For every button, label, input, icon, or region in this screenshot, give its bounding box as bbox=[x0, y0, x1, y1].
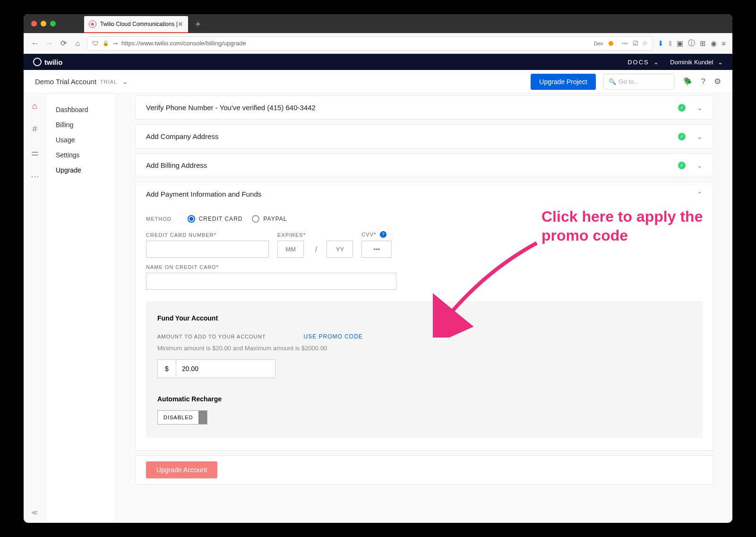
search-icon: 🔍 bbox=[609, 78, 616, 85]
panel-payment-info: Add Payment Information and Funds ⌃ METH… bbox=[135, 182, 713, 450]
credit-card-input[interactable] bbox=[146, 241, 269, 258]
panel-header[interactable]: Verify Phone Number - You've verified (4… bbox=[136, 96, 713, 119]
extension2-icon[interactable]: ⊞ bbox=[700, 39, 706, 48]
docs-link[interactable]: DOCS ⌄ bbox=[627, 59, 659, 66]
panel-header[interactable]: Add Payment Information and Funds ⌃ bbox=[136, 182, 713, 206]
chevron-down-icon[interactable]: ⌄ bbox=[122, 77, 128, 86]
chevron-down-icon: ⌄ bbox=[697, 162, 703, 169]
radio-icon bbox=[188, 215, 195, 223]
page-actions-icon[interactable]: ⋯ bbox=[622, 40, 629, 47]
url-bar[interactable]: 🛡 🔒 ⊸ https://www.twilio.com/console/bil… bbox=[87, 36, 653, 51]
chevron-down-icon: ⌄ bbox=[697, 133, 703, 140]
use-promo-code-link[interactable]: USE PROMO CODE bbox=[303, 333, 362, 340]
content-area: Verify Phone Number - You've verified (4… bbox=[116, 94, 732, 523]
cc-number-label: CREDIT CARD NUMBER* bbox=[146, 232, 269, 238]
menu-icon[interactable]: ≡ bbox=[722, 39, 726, 47]
library-icon[interactable]: ⫴ bbox=[669, 39, 672, 48]
panel-header[interactable]: Add Company Address ✓ ⌄ bbox=[136, 125, 713, 148]
home-button[interactable]: ⌂ bbox=[73, 39, 82, 48]
search-input[interactable]: 🔍 Go to... bbox=[603, 74, 674, 90]
home-icon[interactable]: ⌂ bbox=[32, 101, 37, 111]
panel-header[interactable]: Add Billing Address ✓ ⌄ bbox=[136, 154, 713, 177]
back-button[interactable]: ← bbox=[30, 39, 40, 48]
new-tab-button[interactable]: ＋ bbox=[194, 18, 202, 29]
more-icon[interactable]: ⋯ bbox=[31, 171, 39, 182]
icon-rail: ⌂ # ⚌ ⋯ ≪ bbox=[24, 94, 46, 523]
sidebar-icon[interactable]: ▣ bbox=[677, 39, 683, 48]
cvv-label: CVV* ? bbox=[361, 231, 392, 238]
panel-title: Add Billing Address bbox=[146, 161, 207, 169]
browser-tab[interactable]: ⊕ Twilio Cloud Communications | ✕ bbox=[84, 16, 188, 33]
cvv-input[interactable] bbox=[361, 241, 392, 258]
expiry-month-input[interactable] bbox=[277, 241, 304, 258]
panel-title: Add Company Address bbox=[146, 132, 218, 140]
project-name: Demo Trial Account bbox=[35, 78, 96, 86]
minimize-window-icon[interactable] bbox=[41, 21, 46, 26]
account-icon[interactable]: ◉ bbox=[711, 39, 717, 48]
panel-verify-phone: Verify Phone Number - You've verified (4… bbox=[135, 95, 713, 120]
permission-icon: ⊸ bbox=[113, 40, 118, 47]
brand-text: twilio bbox=[44, 58, 62, 66]
fund-account-section: Fund Your Account AMOUNT TO ADD TO YOUR … bbox=[146, 301, 703, 438]
fund-title: Fund Your Account bbox=[157, 314, 691, 322]
expiry-year-input[interactable] bbox=[326, 241, 353, 258]
radio-paypal[interactable]: PAYPAL bbox=[252, 215, 287, 223]
panel-title: Verify Phone Number - You've verified (4… bbox=[146, 104, 316, 112]
name-label: NAME ON CREDIT CARD* bbox=[146, 264, 703, 270]
tab-title: Twilio Cloud Communications | bbox=[100, 21, 178, 27]
twilio-logo-icon bbox=[33, 58, 42, 66]
sliders-icon[interactable]: ⚌ bbox=[31, 147, 39, 158]
user-menu[interactable]: Dominik Kundel ⌄ bbox=[670, 59, 723, 66]
collapse-icon[interactable]: ≪ bbox=[31, 509, 38, 516]
reader-icon[interactable]: ☑ bbox=[633, 40, 638, 47]
forward-button[interactable]: → bbox=[44, 39, 54, 48]
gear-icon[interactable]: ⚙ bbox=[714, 77, 721, 87]
hash-icon[interactable]: # bbox=[32, 124, 37, 134]
help-icon[interactable]: ? bbox=[701, 77, 705, 87]
sidebar-item-billing[interactable]: Billing bbox=[46, 117, 116, 132]
maximize-window-icon[interactable] bbox=[50, 21, 56, 26]
url-text: https://www.twilio.com/console/billing/u… bbox=[121, 40, 590, 47]
sidebar-item-usage[interactable]: Usage bbox=[46, 132, 116, 147]
amount-input[interactable] bbox=[176, 359, 275, 378]
reload-button[interactable]: ⟳ bbox=[59, 39, 68, 48]
sidebar-item-dashboard[interactable]: Dashboard bbox=[46, 102, 116, 117]
check-icon: ✓ bbox=[678, 133, 686, 140]
close-window-icon[interactable] bbox=[31, 21, 37, 26]
upgrade-project-button[interactable]: Upgrade Project bbox=[531, 74, 595, 90]
amount-label: AMOUNT TO ADD TO YOUR ACCOUNT bbox=[157, 334, 266, 339]
lock-icon: 🔒 bbox=[103, 40, 109, 46]
star-icon[interactable]: ☆ bbox=[642, 40, 648, 47]
sidebar-item-settings[interactable]: Settings bbox=[46, 147, 116, 163]
trial-badge: TRIAL bbox=[100, 79, 117, 85]
browser-tabbar: ⊕ Twilio Cloud Communications | ✕ ＋ bbox=[24, 14, 732, 33]
slash-separator: / bbox=[314, 245, 318, 258]
chevron-down-icon: ⌄ bbox=[653, 59, 659, 66]
panel-billing-address: Add Billing Address ✓ ⌄ bbox=[135, 153, 713, 177]
toggle-knob bbox=[198, 411, 207, 424]
chevron-up-icon: ⌃ bbox=[697, 191, 703, 198]
debug-icon[interactable]: 🪲 bbox=[683, 77, 693, 87]
radio-credit-card[interactable]: CREDIT CARD bbox=[188, 215, 243, 223]
minmax-text: Minimum amount is $20.00 and Maximum amo… bbox=[157, 345, 691, 352]
downloads-icon[interactable]: ⬇ bbox=[658, 39, 664, 48]
twilio-logo[interactable]: twilio bbox=[33, 58, 62, 66]
extension-icon[interactable]: ⓘ bbox=[688, 39, 695, 48]
auto-recharge-toggle[interactable]: DISABLED bbox=[157, 410, 207, 424]
window-controls bbox=[31, 21, 56, 26]
upgrade-account-button[interactable]: Upgrade Account bbox=[146, 461, 217, 478]
check-icon: ✓ bbox=[678, 162, 686, 169]
panel-company-address: Add Company Address ✓ ⌄ bbox=[135, 124, 713, 148]
panel-title: Add Payment Information and Funds bbox=[146, 190, 261, 198]
help-icon[interactable]: ? bbox=[380, 231, 387, 238]
chevron-down-icon: ⌄ bbox=[697, 104, 703, 112]
check-icon: ✓ bbox=[678, 104, 686, 112]
toggle-label: DISABLED bbox=[158, 411, 198, 424]
search-placeholder: Go to... bbox=[619, 78, 639, 85]
close-tab-icon[interactable]: ✕ bbox=[178, 20, 183, 28]
expires-label: EXPIRES* bbox=[277, 232, 306, 238]
sidebar-item-upgrade[interactable]: Upgrade bbox=[46, 163, 116, 178]
project-header: Demo Trial Account TRIAL ⌄ Upgrade Proje… bbox=[24, 70, 732, 94]
auto-recharge-title: Automatic Recharge bbox=[157, 395, 691, 403]
cardholder-name-input[interactable] bbox=[146, 273, 396, 290]
